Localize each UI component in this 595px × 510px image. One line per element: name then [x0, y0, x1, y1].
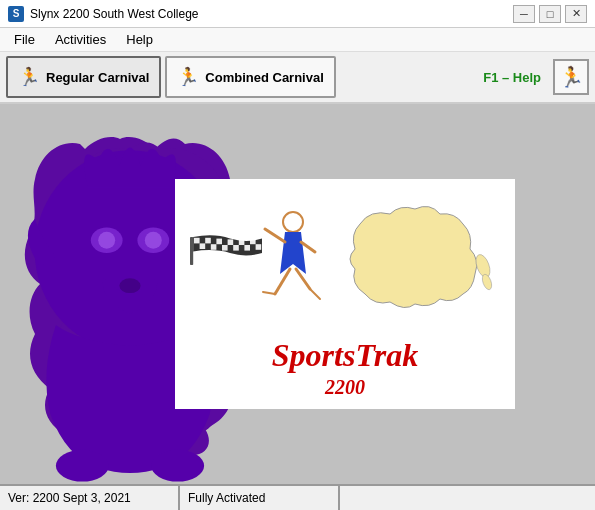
- version-status: Ver: 2200 Sept 3, 2021: [0, 486, 180, 510]
- svg-point-24: [283, 212, 303, 232]
- sportstrak-text: SportsTrak: [272, 337, 418, 374]
- version-text: Ver: 2200 Sept 3, 2021: [8, 491, 131, 505]
- svg-point-5: [56, 450, 109, 482]
- svg-rect-16: [239, 239, 245, 245]
- svg-point-6: [151, 450, 204, 482]
- combined-carnival-button[interactable]: 🏃 Combined Carnival: [165, 56, 335, 98]
- menu-help[interactable]: Help: [116, 30, 163, 49]
- app-icon: S: [8, 6, 24, 22]
- help-button[interactable]: 🏃: [553, 59, 589, 95]
- svg-point-8: [145, 232, 162, 249]
- main-area: SportsTrak 2200: [0, 104, 595, 484]
- svg-rect-15: [228, 239, 234, 245]
- svg-line-28: [296, 269, 310, 289]
- extra-status: [340, 486, 595, 510]
- menu-bar: File Activities Help: [0, 28, 595, 52]
- menu-file[interactable]: File: [4, 30, 45, 49]
- australia-map-svg: [335, 194, 495, 314]
- svg-line-30: [310, 289, 320, 299]
- svg-rect-22: [244, 245, 250, 251]
- svg-rect-11: [190, 237, 193, 265]
- help-runner-icon: 🏃: [559, 65, 584, 89]
- minimize-button[interactable]: ─: [513, 5, 535, 23]
- svg-point-7: [98, 232, 115, 249]
- close-button[interactable]: ✕: [565, 5, 587, 23]
- regular-carnival-label: Regular Carnival: [46, 70, 149, 85]
- title-bar: S Slynx 2200 South West College ─ □ ✕: [0, 0, 595, 28]
- svg-rect-13: [205, 238, 211, 244]
- combined-carnival-label: Combined Carnival: [205, 70, 323, 85]
- svg-line-27: [275, 269, 290, 294]
- maximize-button[interactable]: □: [539, 5, 561, 23]
- sportstrak-year: 2200: [325, 376, 365, 399]
- svg-line-29: [263, 292, 275, 294]
- svg-rect-18: [200, 243, 206, 249]
- svg-rect-21: [233, 245, 239, 251]
- runner-icon: 🏃: [18, 66, 40, 88]
- svg-rect-12: [194, 238, 200, 244]
- title-bar-left: S Slynx 2200 South West College: [8, 6, 199, 22]
- window-title: Slynx 2200 South West College: [30, 7, 199, 21]
- activation-status: Fully Activated: [180, 486, 340, 510]
- window-controls: ─ □ ✕: [513, 5, 587, 23]
- help-label: F1 – Help: [475, 70, 549, 85]
- svg-line-25: [265, 229, 285, 242]
- toolbar: 🏃 Regular Carnival 🏃 Combined Carnival F…: [0, 52, 595, 104]
- svg-rect-14: [216, 239, 222, 245]
- svg-rect-19: [211, 244, 217, 250]
- logo-panel: SportsTrak 2200: [175, 179, 515, 409]
- activation-text: Fully Activated: [188, 491, 265, 505]
- runner-figure-svg: [255, 204, 325, 314]
- runners-icon: 🏃: [177, 66, 199, 88]
- svg-point-4: [119, 278, 140, 293]
- svg-rect-20: [222, 245, 228, 251]
- logo-content: SportsTrak 2200: [175, 179, 515, 409]
- menu-activities[interactable]: Activities: [45, 30, 116, 49]
- regular-carnival-button[interactable]: 🏃 Regular Carnival: [6, 56, 161, 98]
